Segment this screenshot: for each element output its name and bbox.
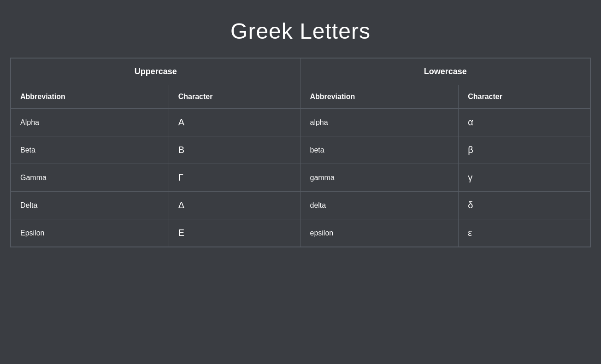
uppercase-group-header: Uppercase [11, 59, 300, 85]
lc-character-cell: α [459, 109, 590, 136]
lc-character-col-header: Character [459, 85, 590, 109]
uc-character-cell: Δ [169, 192, 300, 219]
lc-abbreviation-cell: delta [300, 192, 459, 219]
table-row: BetaΒbetaβ [11, 136, 590, 164]
lc-abbreviation-cell: beta [300, 136, 459, 164]
lc-character-cell: ε [459, 219, 590, 247]
lc-abbreviation-cell: alpha [300, 109, 459, 136]
lowercase-group-header: Lowercase [300, 59, 590, 85]
lc-abbreviation-cell: gamma [300, 164, 459, 192]
uc-character-cell: Ε [169, 219, 300, 247]
uc-character-cell: Β [169, 136, 300, 164]
uc-abbreviation-cell: Delta [11, 192, 169, 219]
uc-abbreviation-cell: Alpha [11, 109, 169, 136]
uc-abbreviation-cell: Beta [11, 136, 169, 164]
uc-character-cell: Α [169, 109, 300, 136]
table-row: EpsilonΕepsilonε [11, 219, 590, 247]
table-row: GammaΓgammaγ [11, 164, 590, 192]
page-title: Greek Letters [230, 18, 371, 44]
lc-abbreviation-col-header: Abbreviation [300, 85, 459, 109]
lc-character-cell: β [459, 136, 590, 164]
greek-letters-table: Uppercase Lowercase Abbreviation Charact… [10, 58, 591, 247]
table-row: AlphaΑalphaα [11, 109, 590, 136]
lc-character-cell: γ [459, 164, 590, 192]
lc-abbreviation-cell: epsilon [300, 219, 459, 247]
table-row: DeltaΔdeltaδ [11, 192, 590, 219]
uc-abbreviation-cell: Epsilon [11, 219, 169, 247]
uc-character-col-header: Character [169, 85, 300, 109]
uc-abbreviation-cell: Gamma [11, 164, 169, 192]
lc-character-cell: δ [459, 192, 590, 219]
uc-character-cell: Γ [169, 164, 300, 192]
uc-abbreviation-col-header: Abbreviation [11, 85, 169, 109]
